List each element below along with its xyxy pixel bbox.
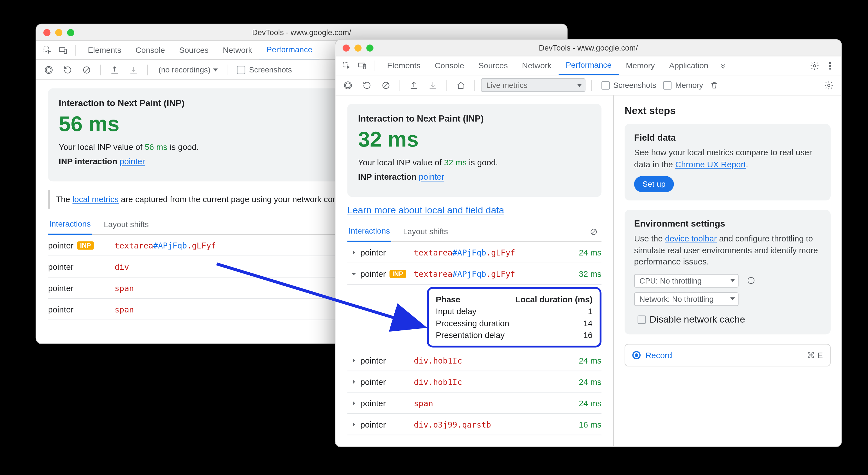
svg-point-17 [828, 84, 830, 86]
inp-card: Interaction to Next Paint (INP) 32 ms Yo… [347, 104, 601, 197]
inp-interaction-link[interactable]: pointer [419, 172, 444, 182]
tab-sources[interactable]: Sources [172, 41, 216, 60]
phase-row: Processing duration14 [436, 317, 592, 329]
chevron-right-icon[interactable] [347, 421, 360, 428]
subtab-layout-shifts[interactable]: Layout shifts [402, 222, 450, 242]
tab-performance[interactable]: Performance [259, 41, 319, 60]
inp-value: 32 ms [358, 127, 591, 152]
interaction-target: textarea#APjFqb.gLFyf [414, 269, 563, 278]
interaction-target: span [414, 398, 563, 408]
titlebar: DevTools - www.google.com/ [335, 40, 841, 57]
trash-icon[interactable] [708, 78, 721, 92]
local-metrics-link[interactable]: local metrics [72, 195, 119, 204]
interaction-row[interactable]: pointer div.hob1Ic 24 ms [347, 371, 601, 393]
device-toolbar-icon[interactable] [57, 43, 69, 57]
tab-network[interactable]: Network [515, 57, 559, 75]
subtab-layout-shifts[interactable]: Layout shifts [102, 214, 150, 235]
chevron-right-icon[interactable] [347, 249, 360, 256]
window-title: DevTools - www.google.com/ [36, 28, 567, 37]
clear-icon[interactable] [80, 63, 93, 76]
memory-checkbox[interactable]: Memory [663, 80, 703, 90]
interaction-duration: 32 ms [563, 269, 601, 278]
reload-icon[interactable] [61, 63, 74, 76]
home-icon[interactable] [454, 78, 467, 92]
setup-button[interactable]: Set up [634, 176, 674, 192]
tab-application[interactable]: Application [662, 57, 715, 75]
reload-icon[interactable] [360, 78, 373, 92]
tab-performance[interactable]: Performance [559, 57, 619, 75]
interactions-list: pointer textarea#APjFqb.gLFyf 24 ms poin… [347, 242, 601, 435]
info-icon[interactable] [745, 274, 757, 287]
env-title: Environment settings [634, 218, 821, 229]
svg-point-12 [829, 65, 831, 66]
env-text: Use the device toolbar and configure thr… [634, 233, 821, 268]
phase-breakdown: PhaseLocal duration (ms)Input delay1Proc… [427, 287, 601, 347]
more-icon[interactable] [824, 59, 837, 72]
subtab-interactions[interactable]: Interactions [48, 214, 92, 235]
record-dot-icon [632, 351, 641, 359]
settings-icon[interactable] [808, 59, 821, 72]
interaction-row[interactable]: pointer div.hob1Ic 24 ms [347, 350, 601, 371]
interaction-type: pointer INP [48, 240, 115, 250]
perf-toolbar: Live metrics Screenshots Memory [335, 75, 841, 96]
device-toolbar-link[interactable]: device toolbar [665, 234, 717, 243]
more-tabs-icon[interactable] [716, 59, 730, 72]
chevron-right-icon[interactable] [347, 357, 360, 364]
record-shortcut: ⌘ E [807, 350, 823, 360]
tab-console[interactable]: Console [128, 41, 172, 60]
upload-icon[interactable] [108, 63, 121, 76]
subtab-interactions[interactable]: Interactions [347, 222, 391, 242]
settings-icon[interactable] [822, 78, 835, 92]
tab-memory[interactable]: Memory [619, 57, 662, 75]
disable-cache-checkbox[interactable]: Disable network cache [638, 314, 745, 325]
download-icon[interactable] [127, 63, 140, 76]
metrics-select[interactable]: Live metrics [481, 78, 586, 92]
inp-badge: INP [389, 270, 406, 278]
tab-console[interactable]: Console [428, 57, 471, 75]
record-row[interactable]: Record ⌘ E [625, 344, 831, 366]
tab-elements[interactable]: Elements [81, 41, 128, 60]
interaction-row[interactable]: pointer textarea#APjFqb.gLFyf 24 ms [347, 242, 601, 263]
interaction-row[interactable]: pointer INP textarea#APjFqb.gLFyf 32 ms [347, 263, 601, 285]
interaction-duration: 24 ms [563, 355, 601, 365]
interaction-row[interactable]: pointer span 24 ms [347, 393, 601, 414]
interaction-type: pointer [360, 398, 414, 408]
cpu-throttle-select[interactable]: CPU: No throttling [634, 274, 739, 288]
field-data-text: See how your local metrics compare to re… [634, 147, 821, 170]
screenshots-checkbox[interactable]: Screenshots [601, 80, 656, 90]
chevron-down-icon[interactable] [347, 270, 360, 277]
upload-icon[interactable] [407, 78, 420, 92]
recordings-select[interactable]: (no recordings) [154, 63, 221, 76]
clear-list-icon[interactable] [587, 225, 600, 238]
tab-network[interactable]: Network [216, 41, 259, 60]
chevron-right-icon[interactable] [347, 378, 360, 385]
chevron-right-icon[interactable] [347, 400, 360, 407]
crux-link[interactable]: Chrome UX Report [675, 159, 746, 169]
tab-elements[interactable]: Elements [380, 57, 428, 75]
download-icon[interactable] [426, 78, 439, 92]
inp-interaction-link[interactable]: pointer [120, 157, 145, 166]
interaction-duration: 24 ms [563, 248, 601, 257]
inspect-icon[interactable] [340, 59, 353, 72]
interaction-target: textarea#APjFqb.gLFyf [414, 248, 563, 257]
tab-sources[interactable]: Sources [471, 57, 515, 75]
interaction-row[interactable]: pointer div.o3j99.qarstb 16 ms [347, 414, 601, 435]
field-data-title: Field data [634, 132, 821, 142]
recordings-label: (no recordings) [158, 65, 211, 74]
screenshots-checkbox[interactable]: Screenshots [237, 65, 292, 74]
interaction-type: pointer [48, 305, 115, 314]
titlebar: DevTools - www.google.com/ [36, 25, 567, 41]
record-icon[interactable] [42, 63, 55, 76]
interaction-duration: 24 ms [563, 398, 601, 408]
next-steps-heading: Next steps [625, 105, 831, 117]
record-icon[interactable] [342, 78, 354, 92]
inspect-icon[interactable] [41, 43, 54, 57]
svg-point-10 [813, 64, 816, 67]
device-toolbar-icon[interactable] [355, 59, 369, 72]
interaction-type: pointer [360, 377, 414, 386]
network-throttle-select[interactable]: Network: No throttling [634, 292, 739, 306]
clear-icon[interactable] [379, 78, 393, 92]
record-label: Record [645, 350, 672, 360]
interaction-type: pointer [360, 355, 414, 365]
learn-more-link[interactable]: Learn more about local and field data [347, 205, 504, 215]
